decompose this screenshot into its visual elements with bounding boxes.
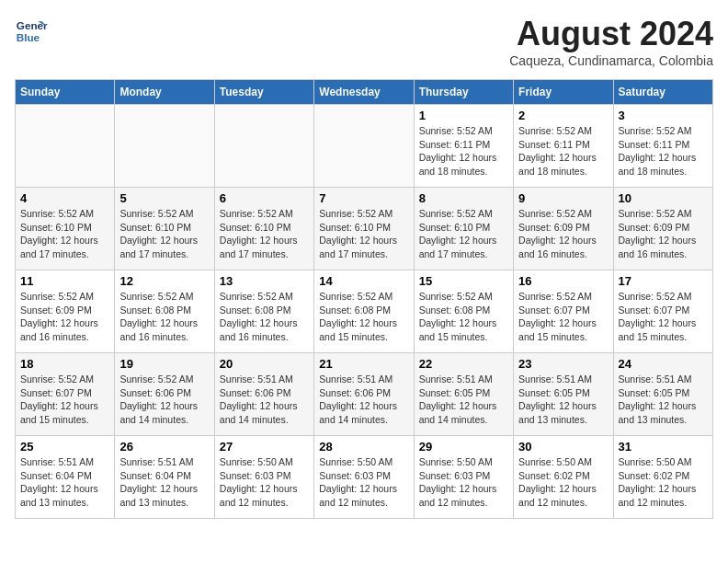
day-cell: 26Sunrise: 5:51 AM Sunset: 6:04 PM Dayli… [115,436,214,519]
day-cell: 27Sunrise: 5:50 AM Sunset: 6:03 PM Dayli… [214,436,313,519]
day-info: Sunrise: 5:51 AM Sunset: 6:05 PM Dayligh… [419,373,508,427]
day-number: 19 [119,357,209,371]
day-info: Sunrise: 5:52 AM Sunset: 6:08 PM Dayligh… [119,290,209,344]
day-cell: 19Sunrise: 5:52 AM Sunset: 6:06 PM Dayli… [115,353,214,436]
week-row-1: 4Sunrise: 5:52 AM Sunset: 6:10 PM Daylig… [16,188,713,270]
day-number: 21 [319,357,408,371]
header-thursday: Thursday [414,80,513,105]
day-number: 17 [619,274,708,288]
day-info: Sunrise: 5:52 AM Sunset: 6:10 PM Dayligh… [419,207,508,261]
day-cell: 20Sunrise: 5:51 AM Sunset: 6:06 PM Dayli… [214,353,313,436]
day-cell [314,105,414,188]
day-number: 26 [119,440,209,454]
header-saturday: Saturday [613,80,712,105]
svg-text:Blue: Blue [17,31,40,43]
day-number: 30 [518,440,608,454]
day-info: Sunrise: 5:52 AM Sunset: 6:11 PM Dayligh… [419,124,508,178]
day-cell [16,105,115,188]
day-info: Sunrise: 5:50 AM Sunset: 6:03 PM Dayligh… [419,455,508,510]
logo: General Blue [15,15,48,48]
day-cell: 24Sunrise: 5:51 AM Sunset: 6:05 PM Dayli… [613,353,712,436]
day-number: 13 [220,274,309,288]
day-number: 5 [119,191,209,205]
day-cell: 5Sunrise: 5:52 AM Sunset: 6:10 PM Daylig… [115,188,214,270]
day-cell: 22Sunrise: 5:51 AM Sunset: 6:05 PM Dayli… [414,353,513,436]
day-info: Sunrise: 5:52 AM Sunset: 6:11 PM Dayligh… [619,124,708,178]
day-cell: 2Sunrise: 5:52 AM Sunset: 6:11 PM Daylig… [514,105,613,188]
day-cell: 28Sunrise: 5:50 AM Sunset: 6:03 PM Dayli… [314,436,414,519]
day-info: Sunrise: 5:52 AM Sunset: 6:07 PM Dayligh… [20,373,109,427]
week-row-3: 18Sunrise: 5:52 AM Sunset: 6:07 PM Dayli… [16,353,713,436]
day-cell [115,105,214,188]
day-cell: 11Sunrise: 5:52 AM Sunset: 6:09 PM Dayli… [16,270,115,353]
day-cell: 10Sunrise: 5:52 AM Sunset: 6:09 PM Dayli… [613,188,712,270]
week-row-0: 1Sunrise: 5:52 AM Sunset: 6:11 PM Daylig… [16,105,713,188]
day-cell: 21Sunrise: 5:51 AM Sunset: 6:06 PM Dayli… [314,353,414,436]
calendar-table: SundayMondayTuesdayWednesdayThursdayFrid… [15,79,713,519]
day-info: Sunrise: 5:50 AM Sunset: 6:03 PM Dayligh… [220,455,309,510]
day-cell: 31Sunrise: 5:50 AM Sunset: 6:02 PM Dayli… [613,436,712,519]
day-info: Sunrise: 5:51 AM Sunset: 6:04 PM Dayligh… [119,455,209,510]
day-info: Sunrise: 5:52 AM Sunset: 6:10 PM Dayligh… [319,207,408,261]
day-cell: 4Sunrise: 5:52 AM Sunset: 6:10 PM Daylig… [16,188,115,270]
day-number: 25 [20,440,109,454]
header-row: SundayMondayTuesdayWednesdayThursdayFrid… [16,80,713,105]
day-number: 9 [518,191,608,205]
week-row-4: 25Sunrise: 5:51 AM Sunset: 6:04 PM Dayli… [16,436,713,519]
day-info: Sunrise: 5:50 AM Sunset: 6:02 PM Dayligh… [518,455,608,510]
day-number: 29 [419,440,508,454]
day-number: 12 [119,274,209,288]
day-info: Sunrise: 5:52 AM Sunset: 6:09 PM Dayligh… [518,207,608,261]
day-info: Sunrise: 5:52 AM Sunset: 6:06 PM Dayligh… [119,373,209,427]
calendar-body: 1Sunrise: 5:52 AM Sunset: 6:11 PM Daylig… [16,105,713,519]
day-cell: 1Sunrise: 5:52 AM Sunset: 6:11 PM Daylig… [414,105,513,188]
day-info: Sunrise: 5:52 AM Sunset: 6:08 PM Dayligh… [419,290,508,344]
day-info: Sunrise: 5:52 AM Sunset: 6:08 PM Dayligh… [220,290,309,344]
day-cell: 17Sunrise: 5:52 AM Sunset: 6:07 PM Dayli… [613,270,712,353]
day-cell: 15Sunrise: 5:52 AM Sunset: 6:08 PM Dayli… [414,270,513,353]
day-number: 22 [419,357,508,371]
day-info: Sunrise: 5:52 AM Sunset: 6:08 PM Dayligh… [319,290,408,344]
header-friday: Friday [514,80,613,105]
day-info: Sunrise: 5:51 AM Sunset: 6:04 PM Dayligh… [20,455,109,510]
day-cell: 18Sunrise: 5:52 AM Sunset: 6:07 PM Dayli… [16,353,115,436]
day-cell: 6Sunrise: 5:52 AM Sunset: 6:10 PM Daylig… [214,188,313,270]
day-number: 15 [419,274,508,288]
logo-icon: General Blue [15,15,48,48]
day-cell: 7Sunrise: 5:52 AM Sunset: 6:10 PM Daylig… [314,188,414,270]
day-cell: 8Sunrise: 5:52 AM Sunset: 6:10 PM Daylig… [414,188,513,270]
day-cell: 29Sunrise: 5:50 AM Sunset: 6:03 PM Dayli… [414,436,513,519]
day-info: Sunrise: 5:52 AM Sunset: 6:09 PM Dayligh… [619,207,708,261]
day-info: Sunrise: 5:51 AM Sunset: 6:06 PM Dayligh… [319,373,408,427]
day-number: 1 [419,109,508,122]
day-info: Sunrise: 5:52 AM Sunset: 6:10 PM Dayligh… [119,207,209,261]
day-number: 27 [220,440,309,454]
week-row-2: 11Sunrise: 5:52 AM Sunset: 6:09 PM Dayli… [16,270,713,353]
subtitle: Caqueza, Cundinamarca, Colombia [509,53,713,68]
day-cell: 25Sunrise: 5:51 AM Sunset: 6:04 PM Dayli… [16,436,115,519]
day-info: Sunrise: 5:52 AM Sunset: 6:09 PM Dayligh… [20,290,109,344]
title-block: August 2024 Caqueza, Cundinamarca, Colom… [509,15,713,68]
day-info: Sunrise: 5:52 AM Sunset: 6:07 PM Dayligh… [619,290,708,344]
day-number: 10 [619,191,708,205]
calendar-header: SundayMondayTuesdayWednesdayThursdayFrid… [16,80,713,105]
day-number: 31 [619,440,708,454]
day-info: Sunrise: 5:52 AM Sunset: 6:07 PM Dayligh… [518,290,608,344]
day-number: 8 [419,191,508,205]
day-number: 4 [20,191,109,205]
page-header: General Blue August 2024 Caqueza, Cundin… [15,15,713,68]
day-cell [214,105,313,188]
header-monday: Monday [115,80,214,105]
day-number: 11 [20,274,109,288]
day-number: 14 [319,274,408,288]
day-info: Sunrise: 5:50 AM Sunset: 6:02 PM Dayligh… [619,455,708,510]
day-info: Sunrise: 5:52 AM Sunset: 6:10 PM Dayligh… [220,207,309,261]
day-number: 6 [220,191,309,205]
day-cell: 14Sunrise: 5:52 AM Sunset: 6:08 PM Dayli… [314,270,414,353]
day-info: Sunrise: 5:50 AM Sunset: 6:03 PM Dayligh… [319,455,408,510]
day-number: 18 [20,357,109,371]
main-title: August 2024 [509,15,713,53]
day-cell: 30Sunrise: 5:50 AM Sunset: 6:02 PM Dayli… [514,436,613,519]
day-info: Sunrise: 5:52 AM Sunset: 6:11 PM Dayligh… [518,124,608,178]
day-number: 28 [319,440,408,454]
